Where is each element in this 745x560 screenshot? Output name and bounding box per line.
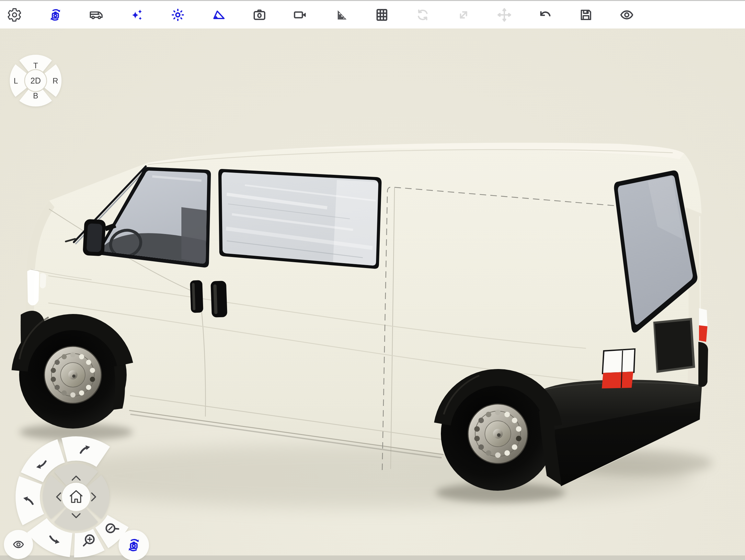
save-button[interactable] xyxy=(565,1,606,29)
sun-icon xyxy=(170,7,185,22)
main-toolbar xyxy=(0,0,745,29)
pan-right-button[interactable] xyxy=(88,475,109,519)
view-cube-right-label: R xyxy=(53,76,58,85)
orbit-mode-button[interactable] xyxy=(35,1,76,29)
viewer-stage: T B L R 2D xyxy=(0,0,745,560)
tilt-up-button[interactable] xyxy=(62,436,110,467)
undo-button[interactable] xyxy=(525,1,565,29)
sync-icon xyxy=(415,7,430,22)
settings-button[interactable] xyxy=(0,1,35,29)
save-icon xyxy=(579,7,593,22)
grid-button[interactable] xyxy=(361,1,402,29)
diagonal-arrow-icon xyxy=(456,7,471,22)
view-cube: T B L R 2D xyxy=(10,55,62,106)
environment-button[interactable] xyxy=(198,1,239,29)
toolbar-row xyxy=(0,1,745,29)
record-button[interactable] xyxy=(280,1,321,29)
effects-button[interactable] xyxy=(117,1,157,29)
video-camera-icon xyxy=(293,7,308,22)
resize-button xyxy=(443,1,484,29)
navigation-wheel xyxy=(4,436,149,560)
move-arrows-icon xyxy=(497,7,512,22)
pan-down-button[interactable] xyxy=(54,508,98,530)
camera-icon xyxy=(252,7,267,22)
van-icon xyxy=(89,7,104,22)
sparkles-icon xyxy=(130,7,144,22)
eye-icon xyxy=(619,7,634,22)
screenshot-button[interactable] xyxy=(239,1,280,29)
gear-icon xyxy=(7,7,22,22)
pan-left-button[interactable] xyxy=(43,475,65,519)
view-cube-bottom-label: B xyxy=(33,91,38,100)
measure-button[interactable] xyxy=(321,1,361,29)
home-button[interactable] xyxy=(62,483,90,511)
lighting-button[interactable] xyxy=(157,1,198,29)
view-cube-top-label: T xyxy=(33,61,38,70)
viewport-widgets: T B L R 2D xyxy=(0,0,745,560)
view-cube-center-label: 2D xyxy=(30,76,41,85)
mountains-icon xyxy=(211,7,226,22)
vehicle-button[interactable] xyxy=(76,1,117,29)
perspective-eye-button[interactable] xyxy=(4,530,33,559)
undo-icon xyxy=(538,7,553,22)
view-cube-left-label: L xyxy=(13,76,18,85)
grid-icon xyxy=(375,7,389,22)
visibility-button[interactable] xyxy=(606,1,647,29)
rotate-camera-icon xyxy=(48,7,63,22)
move-button xyxy=(484,1,525,29)
pan-up-button[interactable] xyxy=(54,463,98,486)
set-square-icon xyxy=(334,7,349,22)
sync-button xyxy=(402,1,443,29)
